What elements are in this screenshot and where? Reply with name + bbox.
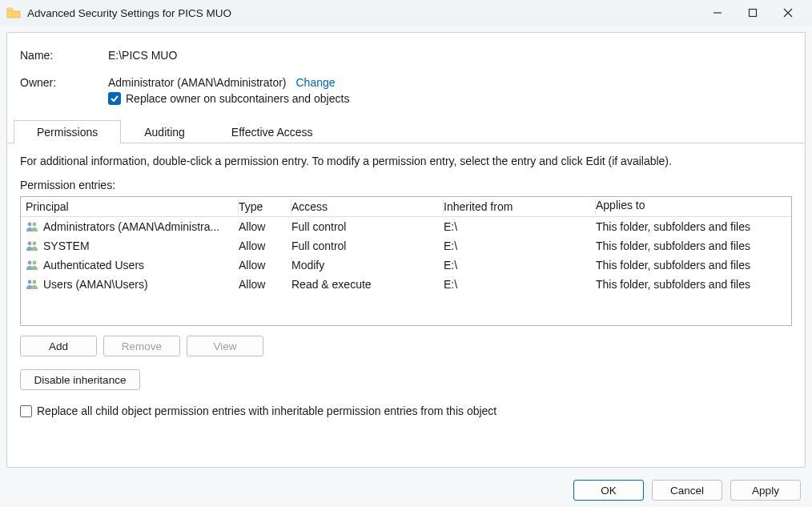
table-row[interactable]: Authenticated Users Allow Modify E:\ Thi…: [21, 256, 791, 275]
change-owner-link[interactable]: Change: [296, 76, 336, 89]
replace-owner-label: Replace owner on subcontainers and objec…: [126, 92, 349, 105]
window-title: Advanced Security Settings for PICS MUO: [27, 7, 700, 19]
cell-access: Read & execute: [291, 278, 444, 291]
cell-applies: This folder, subfolders and files: [596, 220, 786, 233]
cell-principal: Authenticated Users: [43, 259, 144, 272]
replace-owner-checkbox[interactable]: [108, 92, 121, 105]
titlebar: Advanced Security Settings for PICS MUO: [0, 0, 812, 26]
table-row[interactable]: SYSTEM Allow Full control E:\ This folde…: [21, 236, 791, 256]
svg-point-4: [28, 223, 32, 227]
replace-child-checkbox[interactable]: [20, 405, 32, 417]
tab-bar: Permissions Auditing Effective Access: [7, 119, 805, 143]
owner-value: Administrator (AMAN\Administrator): [108, 76, 287, 89]
cancel-button[interactable]: Cancel: [652, 480, 722, 501]
folder-icon: [6, 7, 21, 18]
view-button[interactable]: View: [187, 336, 263, 356]
group-icon: [26, 260, 40, 271]
cell-principal: Users (AMAN\Users): [43, 278, 148, 291]
owner-label: Owner:: [20, 76, 108, 89]
svg-point-8: [28, 261, 32, 265]
add-button[interactable]: Add: [20, 336, 97, 356]
header-inherited[interactable]: Inherited from: [444, 199, 596, 215]
cell-type: Allow: [239, 239, 291, 252]
tab-effective-access[interactable]: Effective Access: [208, 120, 336, 143]
cell-access: Modify: [291, 259, 444, 272]
cell-inherited: E:\: [444, 278, 596, 291]
cell-type: Allow: [239, 220, 291, 233]
svg-point-11: [33, 280, 37, 284]
remove-button[interactable]: Remove: [103, 336, 180, 356]
svg-point-7: [33, 242, 37, 246]
svg-point-5: [33, 223, 37, 227]
cell-inherited: E:\: [444, 239, 596, 252]
cell-principal: Administrators (AMAN\Administra...: [43, 220, 219, 233]
replace-child-label: Replace all child object permission entr…: [37, 404, 496, 417]
svg-point-10: [28, 280, 32, 284]
group-icon: [26, 240, 40, 251]
minimize-button[interactable]: [700, 1, 735, 25]
table-row[interactable]: Administrators (AMAN\Administra... Allow…: [21, 217, 791, 236]
maximize-button[interactable]: [735, 1, 770, 25]
dialog-footer: OK Cancel Apply: [573, 480, 801, 501]
content-frame: Name: E:\PICS MUO Owner: Administrator (…: [6, 32, 806, 468]
table-header: Principal Type Access Inherited from App…: [21, 197, 791, 217]
cell-inherited: E:\: [444, 259, 596, 272]
cell-access: Full control: [291, 239, 444, 252]
permission-table: Principal Type Access Inherited from App…: [20, 196, 792, 326]
ok-button[interactable]: OK: [573, 480, 644, 501]
cell-access: Full control: [291, 220, 444, 233]
cell-applies: This folder, subfolders and files: [596, 239, 786, 252]
entries-label: Permission entries:: [20, 179, 792, 191]
name-label: Name:: [20, 49, 108, 62]
close-button[interactable]: [770, 1, 806, 25]
disable-inheritance-button[interactable]: Disable inheritance: [20, 369, 140, 390]
apply-button[interactable]: Apply: [730, 480, 801, 501]
svg-point-6: [28, 242, 32, 246]
group-icon: [26, 221, 40, 232]
tab-auditing[interactable]: Auditing: [121, 120, 208, 143]
header-access[interactable]: Access: [291, 199, 444, 215]
cell-principal: SYSTEM: [43, 239, 90, 252]
instruction-text: For additional information, double-click…: [20, 155, 792, 167]
table-row[interactable]: Users (AMAN\Users) Allow Read & execute …: [21, 275, 791, 294]
header-applies[interactable]: Applies to: [596, 199, 786, 215]
header-principal[interactable]: Principal: [26, 199, 239, 215]
cell-inherited: E:\: [444, 220, 596, 233]
header-type[interactable]: Type: [239, 199, 291, 215]
tab-permissions[interactable]: Permissions: [14, 120, 121, 143]
cell-applies: This folder, subfolders and files: [596, 259, 786, 272]
cell-type: Allow: [239, 259, 291, 272]
cell-type: Allow: [239, 278, 291, 291]
cell-applies: This folder, subfolders and files: [596, 278, 786, 291]
svg-rect-1: [750, 10, 757, 17]
group-icon: [26, 279, 40, 290]
svg-point-9: [33, 261, 37, 265]
name-value: E:\PICS MUO: [108, 49, 177, 62]
